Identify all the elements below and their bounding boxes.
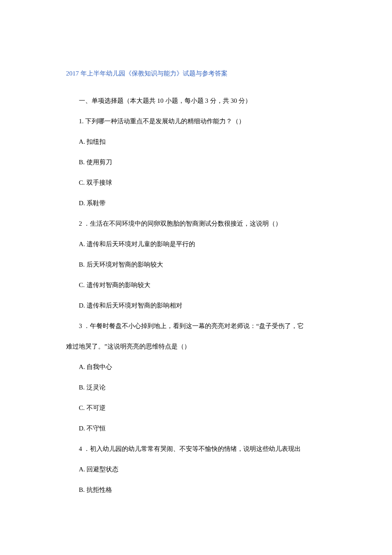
question-stem: 4 ．初入幼儿园的幼儿常常有哭闹、不安等不愉快的情绪，说明这些幼儿表现出 [66, 444, 326, 454]
question-option: B. 后天环境对智商的影响较大 [66, 259, 326, 270]
question-option: D. 系鞋带 [66, 198, 326, 208]
question-option: A. 自我中心 [66, 362, 326, 372]
question-option: C. 不可逆 [66, 403, 326, 413]
question-option: A. 回避型状态 [66, 464, 326, 474]
question-stem: 2 ．生活在不同环境中的同卵双胞胎的智商测试分数很接近，这说明（） [66, 218, 326, 229]
question-option: B. 泛灵论 [66, 382, 326, 392]
section-heading: 一、单项选择题（本大题共 10 小题，每小题 3 分，共 30 分） [66, 96, 326, 106]
question-stem-continuation: 难过地哭了。”这说明亮亮的思维特点是（） [66, 341, 326, 352]
question-option: C. 双手接球 [66, 177, 326, 188]
question-option: A. 扣纽扣 [66, 137, 326, 147]
document-page: 2017 年上半年幼儿园《保教知识与能力》试题与参考答案 一、单项选择题（本大题… [0, 0, 392, 548]
question-option: B. 抗拒性格 [66, 485, 326, 495]
question-option: B. 使用剪刀 [66, 157, 326, 167]
question-stem: 3 ．午餐时餐盘不小心掉到地上，看到这一幕的亮亮对老师说：“盘子受伤了，它 [66, 321, 326, 331]
question-option: D. 遗传和后天环境对智商的影响相对 [66, 300, 326, 311]
question-option: D. 不守恒 [66, 423, 326, 433]
question-option: A. 遗传和后天环境对儿童的影响是平行的 [66, 239, 326, 249]
question-option: C. 遗传对智商的影响较大 [66, 280, 326, 290]
question-stem: 1. 下列哪一种活动重点不是发展幼儿的精细动作能力？（） [66, 116, 326, 126]
document-title: 2017 年上半年幼儿园《保教知识与能力》试题与参考答案 [66, 68, 326, 78]
